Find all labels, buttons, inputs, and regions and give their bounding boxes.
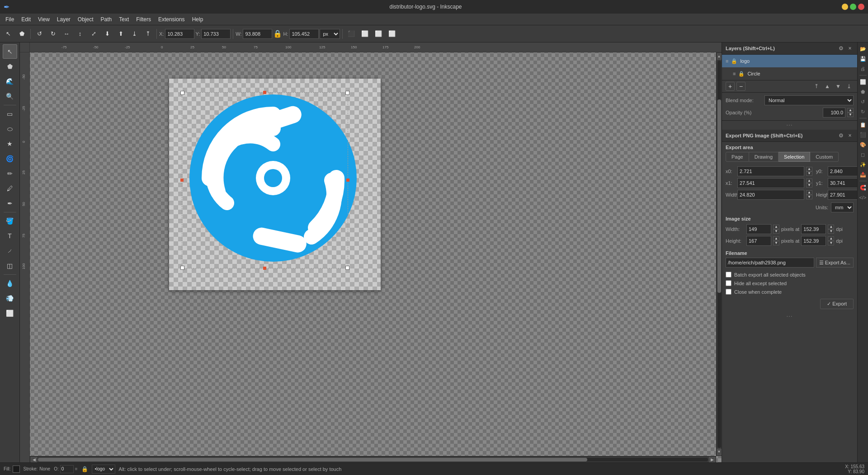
layer-row-logo[interactable]: ≡ 🔒 logo (722, 55, 857, 67)
menu-help[interactable]: Help (189, 15, 207, 24)
horizontal-scrollbar[interactable]: ◀ ▶ (30, 456, 716, 462)
x0-up-btn[interactable]: ▲ (806, 167, 812, 171)
strip-undo-btn[interactable]: ↺ (859, 97, 868, 106)
export-close-btn[interactable]: × (846, 132, 854, 139)
gradient-tool[interactable]: ◫ (3, 259, 17, 273)
scroll-right-btn[interactable]: ▶ (709, 457, 715, 462)
x-input[interactable] (165, 29, 194, 39)
menu-path[interactable]: Path (97, 15, 116, 24)
strip-obj-btn[interactable]: ⬛ (859, 130, 868, 139)
document-canvas[interactable] (169, 79, 381, 290)
menu-text[interactable]: Text (115, 15, 132, 24)
strip-align-btn[interactable]: ⬜ (859, 77, 868, 86)
text-tool[interactable]: T (3, 229, 17, 243)
vscroll-thumb[interactable] (717, 99, 721, 293)
pen-tool[interactable]: 🖊 (3, 181, 17, 196)
align-right-btn[interactable]: ⬜ (372, 28, 385, 40)
strip-open-btn[interactable]: 📂 (859, 44, 868, 53)
spiral-tool[interactable]: 🌀 (3, 151, 17, 166)
lock-aspect-icon[interactable]: 🔒 (273, 29, 282, 38)
layer-up-btn[interactable]: ▲ (823, 82, 832, 91)
y0-input[interactable] (828, 166, 857, 176)
strip-effects-btn[interactable]: ✨ (859, 160, 868, 169)
redo-btn[interactable]: ↻ (47, 28, 59, 40)
ellipse-tool[interactable]: ⬭ (3, 122, 17, 136)
layers-close-btn[interactable]: × (846, 45, 854, 52)
scroll-down-btn[interactable]: ▼ (717, 449, 722, 455)
eraser-tool[interactable]: ⬜ (3, 306, 17, 320)
menu-file[interactable]: File (2, 15, 18, 24)
menu-view[interactable]: View (34, 15, 53, 24)
img-width-up-btn[interactable]: ▲ (773, 225, 779, 229)
lower-btn[interactable]: ⬇ (101, 28, 113, 40)
node-edit-tool[interactable]: ⬟ (3, 59, 17, 74)
arrow-tool[interactable]: ↖ (3, 44, 17, 59)
close-button[interactable] (858, 4, 864, 10)
menu-filters[interactable]: Filters (132, 15, 155, 24)
paint-bucket-tool[interactable]: 🪣 (3, 214, 17, 228)
node-tool-btn[interactable]: ⬟ (15, 28, 28, 40)
width-down-btn[interactable]: ▼ (806, 195, 812, 199)
strip-stroke-btn[interactable]: ◻ (859, 150, 868, 159)
menu-object[interactable]: Object (74, 15, 97, 24)
tab-custom[interactable]: Custom (810, 152, 839, 162)
x0-down-btn[interactable]: ▼ (806, 171, 812, 176)
strip-save-btn[interactable]: 💾 (859, 54, 868, 63)
hscroll-thumb[interactable] (38, 458, 587, 461)
pencil-tool[interactable]: ✏ (3, 166, 17, 181)
filename-input[interactable] (726, 258, 814, 268)
height-dpi-up-btn[interactable]: ▲ (828, 236, 834, 241)
opacity-input[interactable] (823, 108, 845, 118)
strip-export-btn[interactable]: 📤 (859, 170, 868, 179)
export-button[interactable]: ✓ Export (820, 299, 854, 309)
tab-page[interactable]: Page (726, 152, 749, 162)
scroll-up-btn[interactable]: ▲ (717, 53, 722, 60)
opacity-up-btn[interactable]: ▲ (847, 108, 854, 113)
flip-v-btn[interactable]: ↕ (74, 28, 86, 40)
x0-input[interactable] (737, 166, 804, 176)
img-height-down-btn[interactable]: ▼ (773, 241, 779, 245)
spray-tool[interactable]: 💨 (3, 291, 17, 306)
units-select-export[interactable]: mm px in (831, 202, 854, 212)
connector-tool[interactable]: ⟋ (3, 244, 17, 258)
units-select[interactable]: px mm cm in (320, 29, 340, 39)
width-dpi-down-btn[interactable]: ▼ (828, 229, 834, 234)
w-input[interactable] (243, 29, 272, 39)
tab-drawing[interactable]: Drawing (749, 152, 778, 162)
rect-tool[interactable]: ▭ (3, 107, 17, 121)
opacity-mode-btn[interactable]: ≡ (75, 466, 78, 471)
x1-input[interactable] (737, 178, 804, 188)
menu-layer[interactable]: Layer (53, 15, 74, 24)
vertical-scrollbar[interactable]: ▲ ▼ (716, 52, 722, 456)
strip-layers-btn[interactable]: 📋 (859, 120, 868, 129)
flip-h-btn[interactable]: ↔ (60, 28, 73, 40)
undo-btn[interactable]: ↺ (33, 28, 46, 40)
calligraphy-tool[interactable]: ✒ (3, 196, 17, 211)
width-up-btn[interactable]: ▲ (806, 190, 812, 195)
opacity-status-input[interactable] (60, 465, 74, 473)
fill-color-box[interactable] (13, 466, 20, 473)
remove-layer-btn[interactable]: − (736, 82, 745, 91)
raise-btn[interactable]: ⬆ (114, 28, 127, 40)
strip-xml-btn[interactable]: </> (859, 193, 868, 202)
img-height-input[interactable] (746, 236, 771, 246)
align-top-btn[interactable]: ⬜ (386, 28, 398, 40)
strip-snap-btn[interactable]: 🧲 (859, 183, 868, 192)
align-center-btn[interactable]: ⬜ (359, 28, 371, 40)
layer-row-circle[interactable]: ≡ 🔒 Circle (722, 67, 857, 80)
vscroll-track[interactable] (717, 61, 721, 448)
width-input[interactable] (737, 190, 804, 200)
strip-redo-btn[interactable]: ↻ (859, 107, 868, 116)
align-left-btn[interactable]: ⬛ (345, 28, 358, 40)
y1-input[interactable] (828, 178, 857, 188)
close-when-checkbox[interactable] (726, 289, 731, 295)
minimize-button[interactable] (842, 4, 848, 10)
tweak-tool[interactable]: 🌊 (3, 74, 17, 89)
add-layer-btn[interactable]: + (726, 82, 735, 91)
menu-extensions[interactable]: Extensions (155, 15, 189, 24)
batch-export-checkbox[interactable] (726, 272, 731, 277)
img-width-input[interactable] (746, 224, 771, 234)
layer-to-top-btn[interactable]: ⤒ (812, 82, 821, 91)
h-input[interactable] (289, 29, 319, 39)
raise-top-btn[interactable]: ⤒ (142, 28, 154, 40)
